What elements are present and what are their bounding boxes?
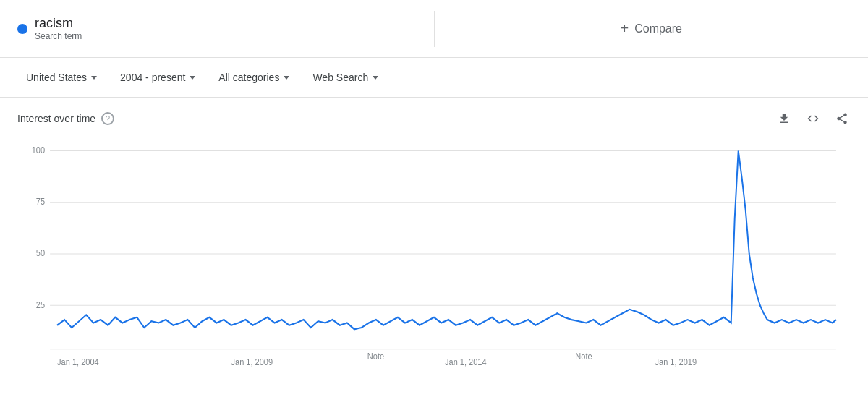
search-term-value: racism — [35, 16, 82, 31]
chart-actions — [775, 110, 851, 127]
region-label: United States — [26, 72, 87, 83]
svg-text:Jan 1, 2014: Jan 1, 2014 — [445, 357, 487, 367]
search-term-block: racism Search term — [17, 16, 417, 41]
filter-bar: United States 2004 - present All categor… — [0, 58, 868, 98]
chart-title: Interest over time — [17, 113, 95, 124]
compare-plus-icon: + — [621, 20, 629, 37]
category-filter[interactable]: All categories — [210, 66, 298, 89]
svg-text:Note: Note — [575, 351, 592, 361]
help-icon[interactable]: ? — [101, 112, 114, 125]
time-filter[interactable]: 2004 - present — [111, 66, 204, 89]
region-chevron-icon — [91, 76, 97, 80]
region-filter[interactable]: United States — [17, 66, 106, 89]
chart-title-group: Interest over time ? — [17, 112, 114, 125]
search-term-dot — [17, 24, 27, 34]
svg-text:50: 50 — [36, 249, 45, 258]
category-chevron-icon — [284, 76, 289, 80]
compare-label: Compare — [634, 22, 682, 35]
search-term-type: Search term — [35, 31, 82, 41]
svg-text:Jan 1, 2019: Jan 1, 2019 — [655, 357, 697, 367]
chart-section: Interest over time ? 100 75 50 25 — [0, 98, 868, 396]
chart-container: 100 75 50 25 Jan 1, 2004 Jan 1, 2009 Jan… — [17, 139, 851, 385]
compare-block[interactable]: + Compare — [452, 20, 851, 37]
category-label: All categories — [218, 72, 279, 83]
svg-text:25: 25 — [36, 300, 45, 310]
search-type-label: Web Search — [312, 72, 368, 83]
header: racism Search term + Compare — [0, 0, 868, 58]
svg-text:Note: Note — [367, 351, 384, 361]
share-icon[interactable] — [833, 110, 851, 127]
svg-text:100: 100 — [32, 145, 45, 155]
svg-text:Jan 1, 2004: Jan 1, 2004 — [57, 357, 99, 367]
svg-text:Jan 1, 2009: Jan 1, 2009 — [231, 357, 273, 367]
search-type-filter[interactable]: Web Search — [304, 66, 387, 89]
embed-icon[interactable] — [804, 110, 822, 127]
time-chevron-icon — [190, 76, 195, 80]
header-divider — [434, 11, 435, 47]
chart-header: Interest over time ? — [17, 110, 851, 127]
svg-text:75: 75 — [36, 197, 45, 207]
search-type-chevron-icon — [373, 76, 378, 80]
download-icon[interactable] — [775, 110, 793, 127]
time-label: 2004 - present — [120, 72, 185, 83]
interest-over-time-chart: 100 75 50 25 Jan 1, 2004 Jan 1, 2009 Jan… — [17, 139, 851, 385]
search-term-text: racism Search term — [35, 16, 82, 41]
